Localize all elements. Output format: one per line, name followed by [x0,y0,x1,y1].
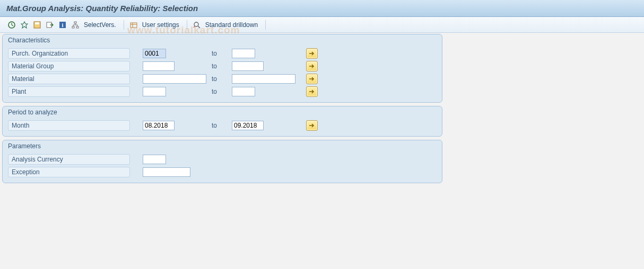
to-label: to [212,62,232,70]
input-month-from[interactable] [143,121,175,130]
multiple-selection-button[interactable] [306,48,318,59]
svg-rect-5 [35,22,39,24]
row-exception: Exception [3,166,442,178]
svg-rect-10 [72,26,74,28]
variant-icon[interactable] [19,20,30,30]
svg-marker-3 [21,22,28,28]
group-characteristics: Characteristics Purch. Organization to M… [2,34,442,103]
to-label: to [212,122,232,129]
label-month: Month [8,120,130,131]
toolbar-separator [265,20,266,30]
standard-drilldown-button[interactable]: Standard drilldown [204,20,261,30]
group-title-parameters: Parameters [3,140,442,153]
multiple-selection-button[interactable] [306,86,318,97]
input-material-from[interactable] [143,74,206,84]
user-settings-icon[interactable] [128,20,139,30]
input-plant-to[interactable] [232,87,255,96]
label-analysis-currency: Analysis Currency [8,154,130,165]
info-icon[interactable]: i [57,20,68,30]
input-exception[interactable] [143,167,190,177]
group-parameters: Parameters Analysis Currency Exception [2,140,442,183]
page-title: Mat.Group Analysis: Quantity Reliability… [6,4,198,13]
drilldown-icon[interactable] [192,20,202,30]
row-material-group: Material Group to [3,60,442,73]
input-purch-organization-to[interactable] [232,49,255,58]
svg-rect-9 [74,22,76,23]
toolbar: i SelectVers. User settings Standard dri… [0,17,644,33]
svg-text:i: i [62,22,63,28]
input-analysis-currency[interactable] [143,155,166,164]
group-title-period: Period to analyze [3,106,442,119]
row-plant: Plant to [3,85,442,98]
input-material-group-to[interactable] [232,61,264,71]
input-month-to[interactable] [232,121,264,130]
svg-line-2 [12,25,13,26]
title-bar: Mat.Group Analysis: Quantity Reliability… [0,0,644,17]
save-icon[interactable] [32,20,42,30]
execute-icon[interactable] [6,20,17,30]
to-label: to [212,75,232,83]
multiple-selection-button[interactable] [306,61,318,71]
row-analysis-currency: Analysis Currency [3,153,442,166]
input-plant-from[interactable] [143,87,166,96]
svg-rect-12 [130,23,137,28]
to-label: to [212,50,232,57]
label-material: Material [8,74,130,84]
svg-point-15 [194,22,198,26]
label-material-group: Material Group [8,61,130,71]
svg-line-16 [198,26,200,28]
user-settings-button[interactable]: User settings [141,20,182,30]
to-label: to [212,88,232,95]
toolbar-separator [124,20,124,30]
toolbar-separator [187,20,187,30]
label-purch-organization: Purch. Organization [8,48,130,59]
label-plant: Plant [8,86,130,97]
row-material: Material to [3,73,442,85]
multiple-selection-button[interactable] [306,74,318,84]
input-material-to[interactable] [232,74,295,84]
row-month: Month to [3,119,442,132]
group-period: Period to analyze Month to [2,106,442,137]
goto-icon[interactable] [45,20,55,30]
row-purch-organization: Purch. Organization to [3,47,442,60]
multiple-selection-button[interactable] [306,120,318,131]
label-exception: Exception [8,167,130,177]
select-versions-button[interactable]: SelectVers. [83,20,119,30]
input-material-group-from[interactable] [143,61,175,71]
group-title-characteristics: Characteristics [3,34,442,47]
input-purch-organization-from[interactable] [143,49,166,58]
content-area: Characteristics Purch. Organization to M… [0,33,644,187]
hierarchy-icon[interactable] [70,20,81,30]
svg-rect-11 [76,26,79,28]
